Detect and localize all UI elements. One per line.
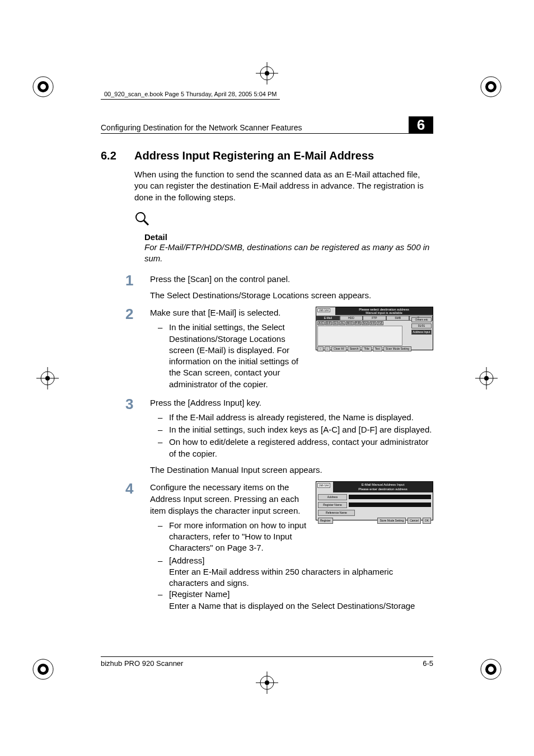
reference-name-label: Reference Name bbox=[318, 510, 355, 516]
footer-left: bizhub PRO 920 Scanner bbox=[101, 659, 183, 668]
print-mark-corner bbox=[471, 650, 510, 689]
search-button: Search bbox=[348, 346, 361, 351]
step-number: 2 bbox=[125, 307, 137, 391]
svg-point-2 bbox=[40, 84, 46, 90]
svg-point-19 bbox=[265, 680, 269, 685]
index-key: G-I bbox=[332, 321, 339, 325]
section-title: Address Input Registering an E-Mail Addr… bbox=[134, 149, 374, 162]
print-mark-corner bbox=[24, 67, 63, 106]
index-key: M-O bbox=[346, 321, 354, 325]
step-result: The Destination Manual Input screen appe… bbox=[150, 464, 433, 476]
index-key: P-R bbox=[354, 321, 362, 325]
scan-mode-button: Scan Mode Setting bbox=[383, 346, 411, 351]
step-number: 1 bbox=[125, 273, 137, 301]
address-label: Address bbox=[318, 494, 347, 500]
footer-right: 6-5 bbox=[423, 659, 433, 668]
bullet-text: In the initial settings, the Select Dest… bbox=[169, 322, 308, 390]
svg-point-28 bbox=[136, 213, 145, 222]
text-button: Text bbox=[373, 346, 382, 351]
tab-hdd: HDD bbox=[340, 316, 363, 321]
label-desc: Enter an E-Mail address within 250 chara… bbox=[169, 566, 433, 589]
address-input-screenshot: Job List E-Mail Manual Address Input Ple… bbox=[316, 481, 433, 520]
print-mark-edge bbox=[253, 59, 281, 87]
title-button: Title bbox=[362, 346, 371, 351]
store-mode-button: Store Mode Setting bbox=[377, 518, 406, 524]
index-key: S-U bbox=[362, 321, 369, 325]
tab-ftp: FTP bbox=[363, 316, 386, 321]
index-key: D-F bbox=[325, 321, 332, 325]
bullet-text: In the initial settings, such index keys… bbox=[169, 424, 432, 435]
ok-button: OK bbox=[423, 518, 431, 524]
ui1-title: Please select destination address Manual… bbox=[335, 307, 433, 315]
others-button: Others etc bbox=[411, 317, 432, 322]
step-number: 3 bbox=[125, 397, 137, 476]
print-mark-corner bbox=[24, 650, 63, 689]
print-mark-corner bbox=[471, 67, 510, 106]
scan-destinations-screenshot: Job List Please select destination addre… bbox=[316, 307, 433, 350]
label-item: [Address] bbox=[169, 555, 204, 566]
clear-all-button: Clear All bbox=[331, 346, 346, 351]
joblist-button: Job List bbox=[317, 483, 330, 488]
index-key: J-L bbox=[339, 321, 345, 325]
print-mark-edge bbox=[472, 364, 500, 392]
up-button: ↑ bbox=[317, 346, 324, 351]
svg-point-8 bbox=[40, 666, 46, 672]
intro-paragraph: When using the function to send the scan… bbox=[134, 169, 433, 203]
ui2-title: E-Mail Manual Address Input Please enter… bbox=[333, 482, 433, 492]
step-text: Press the [Address Input] key. bbox=[150, 397, 433, 408]
svg-point-15 bbox=[265, 71, 269, 76]
down-button: ↓ bbox=[325, 346, 331, 351]
page-indicator: 01/01 bbox=[411, 323, 432, 328]
tab-email: E-Mail bbox=[316, 316, 340, 321]
detail-label: Detail bbox=[144, 232, 433, 242]
svg-point-5 bbox=[488, 84, 494, 90]
svg-point-23 bbox=[45, 376, 50, 381]
svg-line-29 bbox=[144, 220, 148, 225]
step-text: Press the [Scan] on the control panel. bbox=[150, 273, 433, 285]
label-item: [Register Name] bbox=[169, 589, 229, 600]
running-head-text: Configuring Destination for the Network … bbox=[101, 123, 302, 132]
index-key: V-X bbox=[369, 321, 376, 325]
address-input-button: Address Input bbox=[411, 330, 432, 335]
index-key: Y-Z bbox=[377, 321, 383, 325]
label-desc: Enter a Name that is displayed on the Se… bbox=[169, 600, 433, 612]
register-button: Register bbox=[318, 518, 333, 524]
cancel-button: Cancel bbox=[407, 518, 421, 524]
index-key: A-C bbox=[317, 321, 325, 325]
section-number: 6.2 bbox=[101, 149, 124, 162]
tab-smb: SMB bbox=[386, 316, 410, 321]
joblist-button: Job List bbox=[317, 308, 330, 312]
svg-point-11 bbox=[488, 666, 494, 672]
detail-body: For E-Mail/FTP/HDD/SMB, destinations can… bbox=[144, 242, 433, 265]
bullet-text: If the E-Mail address is already registe… bbox=[169, 412, 414, 423]
step-result: The Select Destinations/Storage Location… bbox=[150, 289, 433, 301]
print-mark-edge bbox=[34, 364, 62, 392]
magnifier-icon bbox=[134, 211, 433, 229]
step-number: 4 bbox=[125, 481, 137, 612]
print-mark-edge bbox=[253, 669, 281, 697]
book-header: 00_920_scan_e.book Page 5 Thursday, Apri… bbox=[101, 90, 280, 100]
register-name-label: Register Name bbox=[318, 502, 347, 508]
bullet-text: On how to edit/delete a registered addre… bbox=[169, 436, 433, 459]
bullet-text: For more information on how to input cha… bbox=[169, 520, 308, 554]
svg-point-27 bbox=[484, 376, 489, 381]
chapter-number-box: 6 bbox=[409, 116, 433, 133]
